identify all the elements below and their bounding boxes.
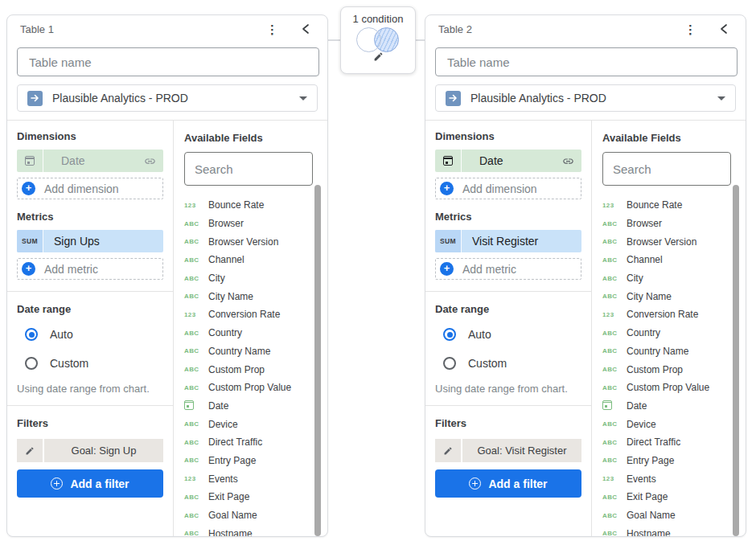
field-row[interactable]: ABCEntry Page [602, 452, 734, 470]
field-label: City [627, 272, 643, 284]
field-row[interactable]: ABCExit Page [184, 488, 316, 506]
field-row[interactable]: ABCCountry [602, 324, 734, 342]
metric-chip[interactable]: SUM Visit Register [435, 230, 581, 252]
filter-chip[interactable]: Goal: Sign Up [17, 439, 163, 462]
field-row[interactable]: ABCCustom Prop [602, 360, 734, 379]
field-row[interactable]: ABCCountry [184, 324, 316, 342]
field-row[interactable]: ABCExit Page [602, 488, 734, 506]
table-name-input[interactable] [17, 47, 319, 76]
field-row[interactable]: Date [184, 397, 316, 416]
field-row[interactable]: ABCCountry Name [184, 342, 316, 361]
text-field-icon: ABC [602, 494, 627, 501]
field-row[interactable]: ABCEntry Page [184, 452, 316, 470]
field-row[interactable]: ABCGoal Name [602, 506, 734, 525]
date-range-custom-radio[interactable]: Custom [443, 357, 581, 370]
field-label: Custom Prop [208, 364, 265, 375]
field-label: City Name [208, 291, 253, 302]
field-row[interactable]: ABCBrowser Version [602, 232, 734, 251]
calendar-icon [435, 150, 462, 172]
field-list-scrollbar[interactable] [314, 185, 321, 536]
datasource-selector[interactable]: Plausible Analytics - PROD [17, 84, 318, 112]
add-dimension-button[interactable]: Add dimension [17, 178, 163, 199]
field-row[interactable]: 123Bounce Rate [184, 196, 316, 215]
field-row[interactable]: 123Conversion Rate [602, 305, 734, 324]
plus-icon [22, 182, 35, 195]
edit-filter-icon[interactable] [17, 439, 43, 462]
field-row[interactable]: ABCDirect Traffic [602, 433, 734, 452]
divider [7, 291, 173, 292]
field-row[interactable]: ABCCountry Name [602, 342, 734, 361]
field-row[interactable]: ABCGoal Name [184, 506, 316, 525]
field-row[interactable]: ABCCustom Prop Value [184, 379, 316, 397]
add-metric-button[interactable]: Add metric [17, 258, 163, 280]
kebab-menu-icon[interactable]: ⋮ [681, 22, 700, 37]
text-field-icon: ABC [184, 384, 208, 391]
field-label: Entry Page [208, 455, 256, 466]
field-list-scrollbar[interactable] [733, 185, 739, 536]
field-label: Conversion Rate [208, 309, 280, 320]
field-row[interactable]: ABCChannel [602, 251, 734, 269]
field-row[interactable]: ABCCity Name [602, 287, 734, 305]
field-row[interactable]: ABCBrowser Version [184, 232, 316, 251]
table-name-input[interactable] [435, 47, 738, 76]
filter-chip[interactable]: Goal: Visit Register [435, 439, 581, 462]
field-row[interactable]: 123Events [602, 469, 734, 488]
field-row[interactable]: ABCDevice [602, 415, 734, 433]
join-configuration-card[interactable]: 1 condition [340, 6, 416, 74]
add-metric-button[interactable]: Add metric [435, 258, 581, 280]
field-row[interactable]: ABCCity [184, 269, 316, 288]
field-label: Events [208, 473, 238, 485]
edit-filter-icon[interactable] [435, 439, 461, 462]
numeric-field-icon: 123 [184, 475, 208, 482]
metrics-heading: Metrics [435, 211, 581, 223]
field-row[interactable]: ABCHostname [184, 524, 316, 537]
text-field-icon: ABC [602, 220, 627, 227]
field-row[interactable]: ABCCustom Prop [184, 360, 316, 379]
text-field-icon: ABC [184, 293, 208, 300]
text-field-icon: ABC [184, 439, 208, 446]
field-row[interactable]: ABCCustom Prop Value [602, 379, 734, 397]
date-range-note: Using date range from chart. [435, 383, 581, 395]
datasource-selector[interactable]: Plausible Analytics - PROD [435, 84, 736, 112]
field-row[interactable]: ABCHostname [602, 524, 734, 537]
date-range-custom-radio[interactable]: Custom [25, 357, 163, 370]
field-row[interactable]: ABCBrowser [184, 215, 316, 233]
metric-chip-label: Visit Register [462, 235, 581, 248]
field-row[interactable]: ABCChannel [184, 251, 316, 269]
datasource-icon [27, 91, 43, 106]
dimension-chip-date[interactable]: Date [435, 150, 581, 172]
date-range-auto-radio[interactable]: Auto [25, 328, 163, 341]
metric-chip[interactable]: SUM Sign Ups [17, 230, 163, 252]
metric-chip-label: Sign Ups [43, 235, 163, 248]
field-row[interactable]: 123Conversion Rate [184, 305, 316, 324]
add-dimension-button[interactable]: Add dimension [435, 178, 581, 199]
field-row[interactable]: ABCCity [602, 269, 734, 288]
text-field-icon: ABC [602, 275, 627, 282]
metrics-heading: Metrics [17, 211, 163, 223]
table-1-config-column: Dimensions Date Add dimension Metrics SU… [7, 121, 174, 537]
field-search-input[interactable] [602, 152, 731, 186]
text-field-icon: ABC [184, 457, 208, 464]
text-field-icon: ABC [602, 384, 627, 391]
field-search-input[interactable] [184, 152, 313, 186]
field-row[interactable]: Date [602, 397, 734, 416]
field-row[interactable]: 123Bounce Rate [602, 196, 734, 215]
field-row[interactable]: ABCBrowser [602, 215, 734, 233]
filters-heading: Filters [435, 417, 581, 429]
date-range-auto-radio[interactable]: Auto [443, 328, 581, 341]
add-filter-button[interactable]: Add a filter [17, 469, 163, 498]
collapse-chevron-icon[interactable] [301, 23, 310, 35]
field-list: 123Bounce RateABCBrowserABCBrowser Versi… [602, 196, 734, 537]
collapse-chevron-icon[interactable] [719, 23, 728, 35]
plus-circle-icon [469, 477, 481, 490]
text-field-icon: ABC [184, 530, 208, 537]
dimension-chip-date[interactable]: Date [17, 150, 163, 172]
field-row[interactable]: ABCDevice [184, 415, 316, 433]
field-row[interactable]: ABCDirect Traffic [184, 433, 316, 452]
field-row[interactable]: 123Events [184, 469, 316, 488]
field-row[interactable]: ABCCity Name [184, 287, 316, 305]
kebab-menu-icon[interactable]: ⋮ [263, 22, 281, 37]
divider [425, 291, 591, 292]
add-filter-button[interactable]: Add a filter [435, 469, 581, 498]
text-field-icon: ABC [602, 238, 627, 245]
